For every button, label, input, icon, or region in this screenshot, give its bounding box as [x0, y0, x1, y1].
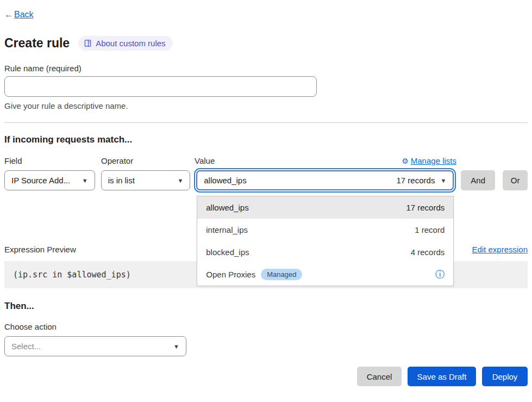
- rule-name-helper: Give your rule a descriptive name.: [4, 101, 528, 110]
- expression-code: (ip.src in $allowed_ips): [13, 270, 131, 280]
- match-section-heading: If incoming requests match...: [4, 134, 528, 145]
- rule-name-input[interactable]: [4, 76, 317, 97]
- gear-icon: ⚙: [402, 157, 409, 165]
- managed-badge: Managed: [261, 269, 302, 280]
- choose-action-label: Choose action: [4, 322, 528, 331]
- field-select-value: IP Source Add...: [11, 176, 70, 185]
- dropdown-item-allowed-ips[interactable]: allowed_ips 17 records: [197, 196, 453, 219]
- section-divider: [4, 122, 528, 123]
- about-custom-rules-label: About custom rules: [96, 39, 165, 48]
- back-link[interactable]: ←Back: [4, 10, 34, 20]
- operator-select-value: is in list: [108, 176, 135, 185]
- chevron-down-icon: ▼: [440, 177, 446, 184]
- back-arrow-icon: ←: [4, 10, 13, 20]
- dropdown-item-open-proxies[interactable]: Open Proxies Managed ⓘ: [197, 263, 453, 286]
- list-record-count: 17 records: [406, 203, 445, 212]
- list-name: Open Proxies: [206, 270, 255, 279]
- book-icon: [84, 39, 92, 47]
- rule-name-label: Rule name (required): [4, 64, 528, 73]
- list-name: allowed_ips: [206, 203, 248, 212]
- save-as-draft-button[interactable]: Save as Draft: [408, 367, 476, 386]
- about-custom-rules-link[interactable]: About custom rules: [78, 36, 172, 51]
- chevron-down-icon: ▼: [177, 177, 183, 184]
- deploy-button[interactable]: Deploy: [482, 367, 528, 386]
- action-select[interactable]: Select... ▼: [4, 336, 186, 356]
- field-label: Field: [4, 156, 101, 165]
- cancel-button[interactable]: Cancel: [357, 367, 402, 386]
- field-select[interactable]: IP Source Add... ▼: [4, 170, 95, 190]
- manage-lists-label: Manage lists: [411, 156, 456, 165]
- then-section-heading: Then...: [4, 301, 528, 312]
- value-select-record-count: 17 records: [397, 176, 435, 185]
- operator-label: Operator: [101, 156, 195, 165]
- value-select[interactable]: allowed_ips 17 records ▼: [196, 170, 454, 190]
- page-title: Create rule: [4, 36, 70, 51]
- info-icon[interactable]: ⓘ: [435, 268, 445, 281]
- list-record-count: 4 records: [411, 248, 445, 257]
- dropdown-item-internal-ips[interactable]: internal_ips 1 record: [197, 219, 453, 241]
- value-select-value: allowed_ips: [204, 176, 246, 185]
- create-rule-page: ←Back Create rule About custom rules Rul…: [0, 0, 532, 386]
- chevron-down-icon: ▼: [173, 343, 179, 350]
- back-link-label: Back: [14, 10, 34, 20]
- chevron-down-icon: ▼: [82, 177, 88, 184]
- action-select-placeholder: Select...: [11, 342, 41, 351]
- manage-lists-link[interactable]: ⚙ Manage lists: [402, 156, 456, 165]
- edit-expression-link[interactable]: Edit expression: [472, 245, 528, 254]
- operator-select[interactable]: is in list ▼: [101, 170, 191, 190]
- expression-preview-label: Expression Preview: [4, 245, 76, 254]
- list-name: blocked_ips: [206, 248, 249, 257]
- value-dropdown-panel: allowed_ips 17 records internal_ips 1 re…: [197, 196, 454, 286]
- list-record-count: 1 record: [415, 225, 445, 234]
- and-button[interactable]: And: [461, 170, 495, 190]
- value-label: Value: [195, 156, 215, 165]
- list-name: internal_ips: [206, 225, 248, 234]
- dropdown-item-blocked-ips[interactable]: blocked_ips 4 records: [197, 241, 453, 263]
- or-button[interactable]: Or: [503, 170, 528, 190]
